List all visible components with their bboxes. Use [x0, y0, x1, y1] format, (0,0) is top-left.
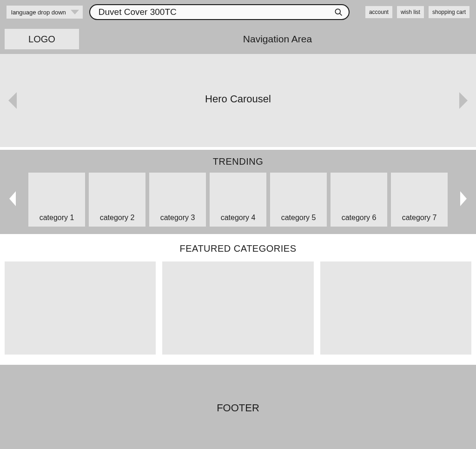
chevron-right-icon [460, 191, 467, 206]
hero-carousel: Hero Carousel [0, 54, 476, 147]
logo[interactable]: LOGO [5, 29, 79, 49]
carousel-prev-button[interactable] [8, 92, 17, 109]
trending-card[interactable]: category 5 [270, 173, 327, 227]
trending-card[interactable]: category 3 [149, 173, 206, 227]
trending-card-label: category 4 [221, 214, 256, 222]
chevron-right-icon [459, 92, 468, 109]
trending-prev-button[interactable] [9, 191, 16, 206]
trending-card-label: category 2 [100, 214, 135, 222]
featured-card[interactable] [320, 261, 471, 355]
footer-label: FOOTER [217, 402, 259, 414]
trending-row: category 1 category 2 category 3 categor… [0, 173, 476, 227]
trending-title: TRENDING [0, 156, 476, 167]
footer: FOOTER [0, 365, 476, 449]
language-dropdown[interactable]: language drop down [7, 6, 83, 19]
header-row: LOGO Navigation Area [0, 24, 476, 54]
featured-section: FEATURED CATEGORIES [0, 234, 476, 365]
navigation-area[interactable]: Navigation Area [84, 29, 471, 49]
hero-title: Hero Carousel [205, 93, 271, 105]
trending-card[interactable]: category 4 [210, 173, 266, 227]
featured-card[interactable] [162, 261, 313, 355]
cart-button[interactable]: shopping cart [429, 6, 469, 18]
trending-card-label: category 7 [402, 214, 437, 222]
language-dropdown-label: language drop down [11, 9, 66, 16]
account-button[interactable]: account [365, 6, 392, 18]
carousel-next-button[interactable] [459, 92, 468, 109]
trending-card[interactable]: category 6 [331, 173, 387, 227]
featured-title: FEATURED CATEGORIES [5, 243, 471, 254]
chevron-left-icon [9, 191, 16, 206]
search-icon[interactable] [334, 7, 343, 17]
search-wrap [89, 4, 359, 20]
top-buttons: account wish list shopping cart [365, 6, 469, 18]
svg-line-1 [340, 13, 342, 16]
featured-row [5, 261, 471, 355]
chevron-down-icon [71, 10, 79, 14]
svg-point-0 [335, 9, 340, 14]
trending-card-label: category 5 [281, 214, 316, 222]
top-bar: language drop down account wish list sho… [0, 0, 476, 24]
search-bar[interactable] [89, 4, 350, 20]
trending-card-label: category 6 [342, 214, 377, 222]
trending-card[interactable]: category 7 [391, 173, 448, 227]
featured-card[interactable] [5, 261, 156, 355]
wishlist-button[interactable]: wish list [397, 6, 424, 18]
search-input[interactable] [99, 7, 329, 17]
trending-card-label: category 3 [160, 214, 195, 222]
trending-next-button[interactable] [460, 191, 467, 206]
trending-card[interactable]: category 1 [28, 173, 85, 227]
trending-card-label: category 1 [40, 214, 74, 222]
chevron-left-icon [8, 92, 17, 109]
trending-card[interactable]: category 2 [89, 173, 145, 227]
trending-section: TRENDING category 1 category 2 category … [0, 150, 476, 234]
